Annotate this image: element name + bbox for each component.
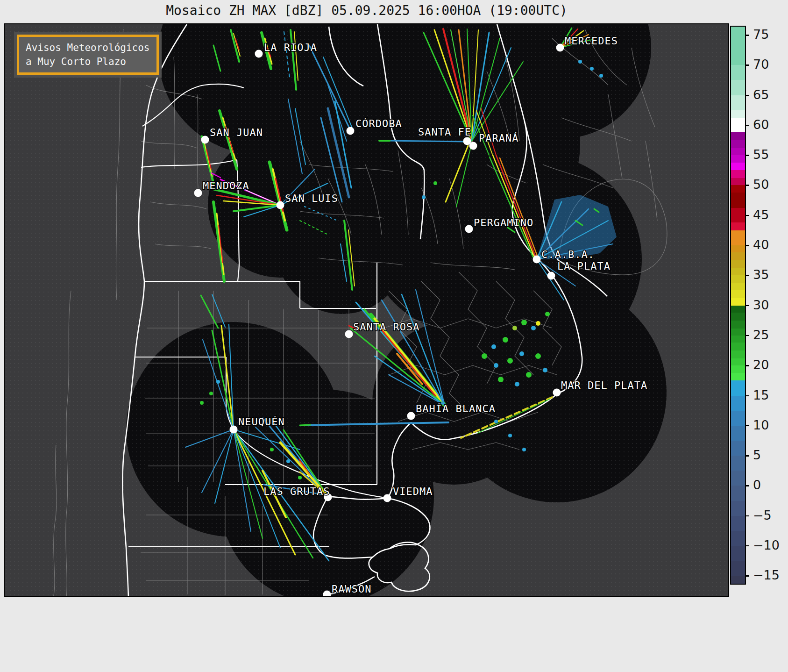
colorbar-segment: [731, 170, 745, 178]
colorbar-segment: [731, 222, 745, 230]
colorbar-ticklabel: −10: [753, 538, 780, 552]
colorbar-ticklabel: 70: [753, 57, 769, 72]
colorbar-segment: [731, 358, 745, 366]
colorbar-segment: [731, 373, 745, 381]
colorbar-tickmark: [745, 395, 749, 397]
footer: Servicio Meteorológico Nacional Argentin…: [0, 598, 788, 672]
colorbar-ticklabel: 25: [753, 328, 769, 342]
colorbar-ticklabel: −15: [753, 568, 780, 583]
warning-badge[interactable]: Avisos Meteorológicos a Muy Corto Plazo: [14, 32, 162, 78]
colorbar-segment: [731, 252, 745, 260]
colorbar-segment: [731, 65, 745, 80]
colorbar-ticklabel: −5: [753, 508, 772, 522]
city-dot: [255, 50, 263, 58]
colorbar-segment: [731, 350, 745, 358]
colorbar-segment: [731, 27, 745, 65]
city-label: MENDOZA: [203, 180, 249, 192]
colorbar-segment: [731, 155, 745, 163]
city-label: CÓRDOBA: [355, 118, 402, 129]
city-dot: [547, 272, 555, 280]
colorbar-segment: [731, 306, 745, 313]
city-dot: [277, 201, 284, 209]
colorbar-segment: [731, 193, 745, 208]
colorbar-ticklabel: 50: [753, 178, 769, 192]
colorbar-segment: [731, 260, 745, 268]
colorbar-segment: [731, 118, 745, 132]
colorbar-segment: [731, 380, 745, 396]
colorbar-segment: [731, 501, 745, 516]
colorbar-ticklabel: 75: [753, 27, 769, 42]
colorbar-segment: [731, 95, 745, 111]
colorbar-segment: [731, 283, 745, 291]
city-dot: [194, 189, 202, 197]
city-dot: [469, 142, 477, 150]
colorbar-segment: [731, 471, 745, 486]
city-label: LA PLATA: [557, 260, 611, 272]
colorbar-segment: [731, 275, 745, 283]
colorbar-tickmark: [745, 95, 749, 96]
colorbar-segment: [731, 290, 745, 298]
colorbar-segment: [731, 441, 745, 456]
colorbar-segment: [731, 396, 745, 411]
colorbar-ticklabel: 5: [753, 448, 761, 462]
colorbar-segment: [731, 546, 745, 561]
colorbar-tickmark: [745, 425, 749, 427]
colorbar-ticklabel: 60: [753, 117, 769, 132]
colorbar-tickmark: [745, 64, 749, 66]
city-label: PERGAMINO: [474, 217, 533, 229]
colorbar-segment: [731, 110, 745, 118]
radar-mosaic-page: Mosaico ZH MAX [dBZ] 05.09.2025 16:00HOA…: [0, 0, 788, 672]
colorbar-segment: [731, 516, 745, 531]
city-dot: [553, 389, 561, 397]
colorbar-segment: [731, 321, 745, 329]
colorbar-ticklabel: 20: [753, 357, 769, 372]
colorbar-segment: [731, 313, 745, 321]
colorbar-tickmark: [745, 485, 749, 486]
colorbar-ticklabel: 45: [753, 207, 769, 222]
colorbar-tickmark: [745, 365, 749, 366]
city-label: MAR DEL PLATA: [561, 379, 647, 391]
colorbar-tickmark: [745, 305, 749, 307]
city-label: LAS GRUTAS: [263, 486, 330, 497]
colorbar-tickmark: [745, 545, 749, 547]
colorbar-ticklabel: 10: [753, 418, 769, 432]
colorbar-tickmark: [745, 335, 749, 336]
dbz-colorbar: [730, 26, 746, 585]
colorbar-segment: [731, 456, 745, 471]
colorbar-segment: [731, 298, 745, 306]
colorbar-tickmark: [745, 515, 749, 517]
colorbar-tickmark: [745, 215, 749, 216]
city-label: LA RIOJA: [264, 42, 317, 53]
colorbar-tickmark: [745, 185, 749, 186]
city-label: RAWSON: [332, 583, 371, 595]
colorbar-segment: [731, 163, 745, 171]
colorbar-segment: [731, 561, 745, 576]
city-dot: [465, 225, 473, 233]
colorbar-segment: [731, 486, 745, 501]
city-dot: [230, 426, 238, 434]
page-title: Mosaico ZH MAX [dBZ] 05.09.2025 16:00HOA…: [0, 3, 733, 18]
colorbar-segment: [731, 140, 745, 148]
city-dot: [347, 127, 355, 135]
colorbar-segment: [731, 426, 745, 441]
colorbar-segment: [731, 230, 745, 246]
radar-map: MERCEDESLA RIOJACÓRDOBASAN JUANSANTA FEP…: [4, 23, 729, 597]
colorbar-segment: [731, 343, 745, 350]
colorbar-segment: [731, 336, 745, 343]
city-label: SAN LUIS: [285, 193, 338, 204]
colorbar-segment: [731, 178, 745, 186]
colorbar-segment: [731, 268, 745, 276]
colorbar-tickmark: [745, 155, 749, 156]
warning-line2: a Muy Corto Plazo: [26, 55, 150, 69]
colorbar-ticklabel: 35: [753, 268, 769, 282]
city-label: SAN JUAN: [210, 127, 263, 138]
colorbar-tickmark: [745, 575, 749, 577]
city-label: BAHÍA BLANCA: [416, 403, 496, 415]
city-dot: [407, 412, 415, 420]
city-label: C.A.B.A.: [541, 249, 595, 260]
colorbar-segment: [731, 185, 745, 193]
colorbar-segment: [731, 329, 745, 336]
colorbar-segment: [731, 148, 745, 156]
city-dot: [201, 136, 209, 144]
dot-texture: [5, 24, 728, 596]
